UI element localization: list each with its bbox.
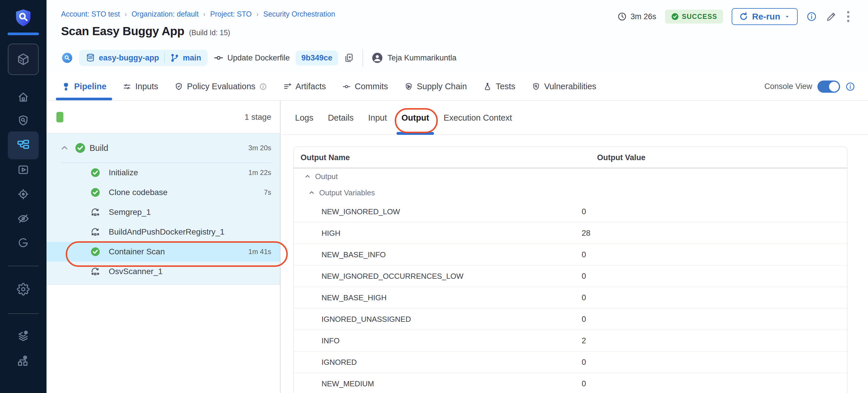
breadcrumb-module[interactable]: Security Orchestration	[264, 10, 335, 18]
table-row: NEW_BASE_INFO 0	[293, 244, 847, 265]
commit-icon	[213, 53, 224, 63]
commits-tab-icon	[342, 82, 351, 91]
sidebar-item-pipelines[interactable]	[8, 131, 39, 159]
author-name: Teja Kummarikuntla	[388, 54, 456, 62]
status-badge: SUCCESS	[665, 9, 723, 24]
console-view-toggle[interactable]	[817, 81, 840, 93]
step-duration: 1m 22s	[248, 163, 271, 183]
table-row: INFO 2	[293, 330, 847, 352]
step-row-clone-codebase[interactable]: Clone codebase 7s	[46, 183, 280, 202]
sidebar-item-organization-settings[interactable]	[17, 354, 30, 367]
step-name: Semgrep_1	[109, 202, 151, 222]
copy-icon[interactable]	[344, 53, 354, 63]
kebab-menu-icon[interactable]	[846, 10, 850, 23]
vulnerabilities-tab-icon	[532, 82, 540, 91]
tab-artifacts[interactable]: Artifacts	[283, 73, 326, 100]
pipelines-icon	[16, 139, 30, 152]
policy-info-icon[interactable]	[259, 83, 267, 90]
step-name: OsvScanner_1	[109, 262, 162, 281]
chevron-up-icon[interactable]	[308, 189, 315, 196]
tab-input[interactable]: Input	[368, 101, 387, 134]
table-row: IGNORED 0	[293, 352, 847, 373]
output-name: INFO	[321, 330, 340, 352]
step-row-container-scan[interactable]: Container Scan 1m 41s	[46, 242, 280, 262]
output-value: 0	[582, 287, 586, 308]
sidebar-item-default-settings[interactable]	[17, 329, 30, 342]
executions-icon	[17, 163, 30, 176]
breadcrumb-organization[interactable]: Organization: default	[131, 10, 198, 18]
chevron-up-icon[interactable]	[304, 173, 311, 180]
duration-text: 3m 26s	[630, 12, 656, 21]
tab-supply-chain[interactable]: Supply Chain	[404, 73, 467, 100]
commit-message[interactable]: Update Dockerfile	[213, 53, 290, 63]
stage-status-square[interactable]	[56, 112, 63, 122]
step-name: BuildAndPushDockerRegistry_1	[109, 222, 224, 242]
tab-logs[interactable]: Logs	[295, 101, 313, 134]
artifacts-tab-icon	[283, 82, 292, 91]
module-selector-button[interactable]	[8, 43, 39, 75]
shield-search-icon	[17, 114, 30, 127]
table-group-output[interactable]: Output	[293, 168, 847, 185]
step-row-initialize[interactable]: Initialize 1m 22s	[46, 163, 280, 183]
edit-pencil-icon[interactable]	[826, 11, 837, 22]
policy-tab-icon	[175, 82, 183, 91]
step-group-loop-icon	[90, 266, 100, 277]
tab-label: Policy Evaluations	[187, 82, 255, 91]
tab-label: Supply Chain	[417, 82, 467, 91]
build-id: (Build Id: 15)	[189, 29, 230, 37]
group-label: Output Variables	[319, 188, 375, 198]
sidebar-item-getting-started[interactable]	[17, 237, 30, 249]
sidebar-item-project-settings[interactable]	[17, 283, 30, 296]
step-row-build-and-push[interactable]: BuildAndPushDockerRegistry_1	[46, 222, 280, 242]
tab-vulnerabilities[interactable]: Vulnerabilities	[532, 73, 596, 100]
tab-tests[interactable]: Tests	[483, 73, 516, 100]
output-name: NEW_IGNORED_OCCURRENCES_LOW	[321, 265, 463, 287]
stage-row-build[interactable]: Build 3m 20s	[46, 133, 280, 162]
rerun-button[interactable]: Re-run	[732, 8, 798, 25]
orgchart-gear-icon	[17, 354, 30, 367]
step-row-semgrep[interactable]: Semgrep_1	[46, 202, 280, 222]
table-row: NEW_BASE_HIGH 0	[293, 287, 847, 308]
output-name: NEW_MEDIUM	[321, 373, 374, 393]
info-icon[interactable]	[806, 11, 817, 22]
tab-commits[interactable]: Commits	[342, 73, 388, 100]
step-name: Container Scan	[109, 242, 165, 262]
tab-details[interactable]: Details	[328, 101, 354, 134]
clock-icon	[617, 11, 627, 22]
sidebar-item-test-targets[interactable]	[17, 188, 30, 201]
tab-execution-context[interactable]: Execution Context	[443, 101, 512, 134]
output-name: HIGH	[321, 222, 340, 244]
tab-label: Pipeline	[74, 82, 106, 91]
table-group-output-variables[interactable]: Output Variables	[293, 185, 847, 201]
tests-tab-icon	[483, 82, 492, 91]
sto-logo-icon[interactable]	[14, 8, 33, 27]
pipeline-duration: 3m 26s	[617, 11, 656, 22]
table-row: IGNORED_UNASSIGNED 0	[293, 308, 847, 330]
group-label: Output	[315, 172, 338, 181]
tab-label: Artifacts	[296, 82, 326, 91]
supply-chain-tab-icon	[404, 82, 413, 91]
tab-pipeline[interactable]: Pipeline	[62, 73, 106, 100]
breadcrumb-project[interactable]: Project: STO	[210, 10, 252, 18]
tab-policy-evaluations[interactable]: Policy Evaluations	[175, 73, 267, 100]
sidebar-item-home[interactable]	[17, 91, 30, 104]
step-row-osvscanner[interactable]: OsvScanner_1	[46, 262, 280, 281]
power-icon	[17, 237, 30, 249]
commit-message-text: Update Dockerfile	[227, 54, 290, 62]
sidebar-item-executions[interactable]	[17, 163, 30, 176]
repo-branch-pill[interactable]: easy-buggy-app main	[79, 50, 208, 66]
sidebar-item-hidden[interactable]	[17, 212, 30, 225]
console-info-icon[interactable]	[845, 82, 855, 92]
breadcrumb-account[interactable]: Account: STO test	[61, 10, 120, 18]
commit-sha[interactable]: 9b349ce	[296, 51, 338, 65]
repo-name: easy-buggy-app	[99, 54, 159, 62]
tab-inputs[interactable]: Inputs	[123, 73, 158, 100]
chevron-up-icon[interactable]	[60, 143, 69, 153]
tab-output[interactable]: Output	[401, 101, 429, 134]
step-detail-panel: Logs Details Input Output Execution Cont…	[281, 101, 868, 393]
success-check-icon	[90, 187, 100, 198]
sidebar-item-security-tests[interactable]	[17, 114, 30, 127]
gear-icon	[17, 283, 30, 296]
inputs-tab-icon	[123, 82, 131, 91]
output-value: 2	[582, 330, 586, 352]
